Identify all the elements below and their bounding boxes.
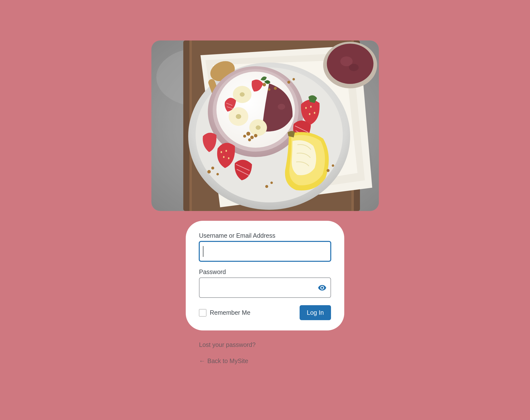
svg-point-36 bbox=[305, 107, 307, 109]
username-label: Username or Email Address bbox=[199, 232, 331, 239]
login-form-card: Username or Email Address Password Remem… bbox=[186, 221, 344, 331]
svg-point-30 bbox=[263, 83, 266, 86]
svg-point-43 bbox=[265, 185, 268, 188]
back-to-site-link[interactable]: ← Back to MySite bbox=[199, 357, 344, 365]
svg-point-35 bbox=[228, 157, 229, 159]
svg-point-38 bbox=[309, 113, 310, 115]
svg-point-27 bbox=[254, 134, 257, 137]
eye-icon bbox=[318, 283, 327, 292]
password-label: Password bbox=[199, 268, 331, 275]
svg-point-48 bbox=[293, 78, 295, 80]
svg-point-19 bbox=[240, 92, 245, 97]
svg-point-41 bbox=[216, 173, 219, 175]
back-to-site-label: Back to MySite bbox=[207, 357, 248, 364]
svg-point-33 bbox=[225, 150, 227, 152]
svg-point-44 bbox=[270, 182, 273, 184]
svg-point-26 bbox=[243, 135, 246, 138]
svg-point-42 bbox=[207, 170, 211, 174]
svg-point-34 bbox=[223, 156, 224, 158]
remember-me-label[interactable]: Remember Me bbox=[210, 309, 250, 316]
text-cursor bbox=[203, 246, 203, 257]
svg-point-31 bbox=[268, 88, 270, 91]
password-input[interactable] bbox=[199, 277, 331, 298]
svg-point-29 bbox=[274, 87, 277, 90]
svg-point-47 bbox=[287, 81, 290, 84]
svg-point-28 bbox=[248, 138, 251, 141]
lost-password-link[interactable]: Lost your password? bbox=[199, 341, 344, 348]
svg-point-25 bbox=[250, 136, 254, 139]
svg-point-24 bbox=[246, 132, 250, 136]
login-logo-image[interactable] bbox=[151, 41, 379, 211]
remember-me-checkbox[interactable] bbox=[199, 309, 206, 317]
svg-point-37 bbox=[310, 106, 312, 108]
svg-point-17 bbox=[278, 104, 285, 110]
login-links: Lost your password? ← Back to MySite bbox=[186, 341, 344, 374]
svg-point-46 bbox=[332, 164, 334, 167]
svg-point-9 bbox=[349, 64, 359, 71]
svg-point-21 bbox=[236, 114, 241, 119]
toggle-password-visibility-button[interactable] bbox=[316, 282, 328, 294]
svg-point-45 bbox=[327, 169, 330, 172]
svg-point-40 bbox=[211, 167, 214, 170]
svg-point-39 bbox=[314, 112, 315, 114]
username-input[interactable] bbox=[199, 241, 331, 261]
arrow-left-icon: ← bbox=[199, 357, 205, 365]
login-submit-button[interactable]: Log In bbox=[300, 305, 331, 320]
svg-point-23 bbox=[256, 125, 261, 130]
svg-point-32 bbox=[221, 151, 222, 153]
